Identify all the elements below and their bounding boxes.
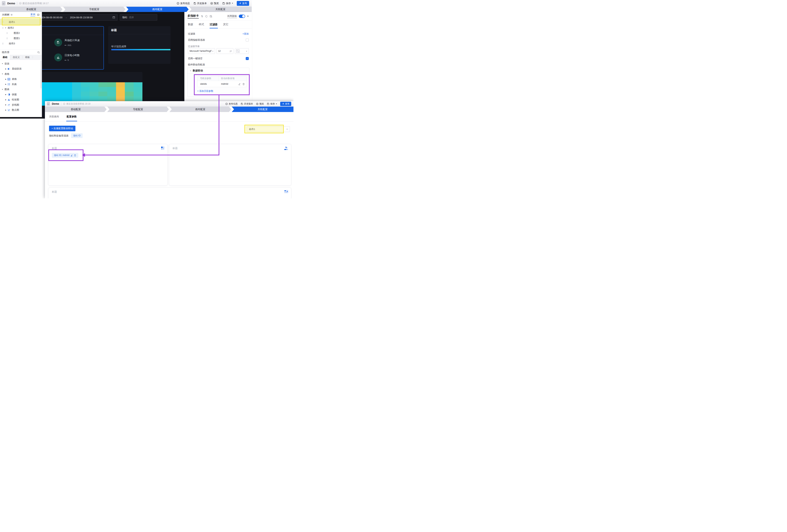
font-color-select[interactable]: ∨ (235, 48, 249, 54)
site-placeholder: 选择 (129, 16, 134, 19)
outline-tree-header: 大纲树 ⊕ 案例 (0, 12, 42, 18)
font-size-input[interactable]: 12 pt (216, 48, 233, 54)
save-dropdown-caret[interactable]: ▼ (232, 2, 233, 4)
history-versions-button[interactable]: 历史版本 (193, 2, 207, 5)
search-icon[interactable] (37, 51, 40, 54)
relation-card-2[interactable]: 标题 % (169, 144, 291, 185)
library-group-table[interactable]: ▼ 表格 (0, 71, 42, 77)
library-item-bar[interactable]: ▶ 柱状图 (0, 97, 42, 103)
metric-label: 风场统计风速 (65, 39, 80, 42)
examples-link[interactable]: 案例 (30, 13, 35, 17)
preview-icon (210, 2, 213, 5)
publish-button[interactable]: 发布 (237, 1, 249, 6)
add-filter-link[interactable]: +添加 (242, 32, 249, 36)
step-canvas-config[interactable]: 画布配置 (126, 7, 189, 12)
close-icon[interactable]: × (247, 15, 249, 18)
drag-handle-icon[interactable] (2, 27, 3, 29)
sort-icon[interactable]: ⇅ (201, 15, 203, 18)
widget-settings-icon[interactable]: ⚙ (161, 147, 164, 150)
tree-item-canvas3[interactable]: 画布3 (0, 41, 42, 46)
history-versions-button[interactable]: 历史版本 (241, 102, 253, 106)
preview-button[interactable]: 预览 (256, 102, 264, 106)
tab-basic[interactable]: 基础 (0, 55, 10, 60)
tree-item-layer2[interactable]: 图层2 (0, 30, 42, 36)
tab-template[interactable]: 模板 (23, 55, 33, 60)
drag-handle-icon[interactable] (6, 38, 8, 40)
relation-card-1[interactable]: 标题 ⚙ 场站 ID; mdmId (48, 144, 168, 185)
step-canvas-config[interactable]: 画布配置 (170, 107, 231, 112)
collapse-panel-icon[interactable] (37, 14, 40, 16)
try-new-version-link[interactable]: 试用新版 (227, 15, 237, 18)
back-button[interactable]: ← (47, 102, 50, 106)
date-range-picker[interactable]: 2024-08-05 00:00:00 → 2024-08-05 23:59:5… (38, 14, 118, 21)
bulk-config-button[interactable]: + 批量配置数据联动 (49, 126, 76, 131)
delete-icon[interactable] (74, 154, 76, 156)
library-item-list[interactable]: ▶ 列表 (0, 82, 42, 87)
add-link-param-button[interactable]: + 添加关联参数 (197, 90, 213, 93)
step-relation-config[interactable]: 关联配置 (232, 107, 294, 112)
tab-custom[interactable]: 自定义 (10, 55, 22, 60)
library-item-table[interactable]: ▶ 表格 (0, 77, 42, 82)
card-query-icon[interactable] (210, 15, 212, 18)
data-link-header[interactable]: ∨ 数据联动 (188, 68, 249, 73)
progress-card[interactable]: 标题 年计划完成率 (108, 26, 170, 64)
font-family-select[interactable]: Microsoft YaHei/PingF... ∨ (188, 48, 215, 54)
save-button[interactable]: 保存 ▼ (267, 102, 277, 106)
step-relation-config[interactable]: 关联配置 (189, 7, 252, 12)
tab-filter[interactable]: 过滤器 (210, 23, 217, 26)
step-basic-config[interactable]: 基础配置 (0, 7, 63, 12)
caret-down-icon[interactable]: ▼ (5, 27, 6, 29)
step-nav-config[interactable]: 导航配置 (63, 7, 126, 12)
step-nav-config[interactable]: 导航配置 (107, 107, 169, 112)
site-id-tag[interactable]: 场站 ID (71, 133, 83, 138)
step-basic-config[interactable]: 基础配置 (45, 107, 107, 112)
tab-config-params[interactable]: 配置参数 (67, 115, 77, 118)
library-item-scatter[interactable]: ▶ 散点图 (0, 108, 42, 113)
linked-param-tag[interactable]: 场站 ID; mdmId (52, 153, 78, 158)
info-icon (225, 103, 228, 105)
library-item-pie[interactable]: ▶ 饼图 (0, 92, 42, 97)
site-select[interactable]: 场站: 选择 (120, 14, 157, 21)
library-group-chart[interactable]: ▼ 图表 (0, 87, 42, 92)
tab-other[interactable]: 其它 (223, 23, 228, 26)
drag-handle-icon[interactable] (6, 32, 8, 34)
col-nav-param: 导航器参数 (197, 76, 218, 81)
caret-right-icon: ▶ (5, 109, 6, 111)
edit-icon[interactable] (70, 154, 73, 156)
library-item-basic-container[interactable]: ▶ 基础容器 (0, 66, 42, 72)
enable-metric-filter-checkbox[interactable] (246, 39, 249, 42)
tree-item-canvas2[interactable]: ▼ 画布2 (0, 25, 42, 30)
autosave-check-icon (63, 103, 65, 105)
tab-style[interactable]: 样式 (199, 23, 204, 26)
delete-icon[interactable] (242, 83, 245, 85)
publish-button[interactable]: 发布 (280, 102, 291, 106)
drag-handle-icon[interactable] (2, 21, 3, 23)
library-item-line[interactable]: ▶ 折线图 (0, 102, 42, 108)
scrollbar[interactable] (41, 60, 41, 88)
library-group-container[interactable]: ▼ 容器 (0, 61, 42, 66)
save-dropdown-caret[interactable]: ▼ (276, 103, 277, 105)
canvas-select[interactable]: 画布1 ∨ (247, 126, 290, 132)
refresh-icon[interactable] (205, 15, 208, 18)
publish-info-button[interactable]: 发布信息 (177, 2, 190, 5)
one-key-clear-checkbox[interactable]: ✓ (246, 57, 249, 60)
save-button[interactable]: 保存 ▼ (222, 2, 233, 5)
container-icon (7, 67, 10, 70)
tab-data[interactable]: 数据 (188, 23, 193, 26)
heatmap-cell (134, 82, 143, 87)
percent-progress-icon[interactable]: % (284, 147, 288, 150)
drag-handle-icon[interactable] (2, 43, 3, 45)
publish-info-button[interactable]: 发布信息 (225, 102, 238, 106)
preview-button[interactable]: 预览 (210, 2, 219, 5)
tree-item-canvas1[interactable]: 画布1 (0, 19, 42, 25)
card-title: 标题 (52, 147, 57, 150)
relation-card-3[interactable]: 标题 (48, 187, 291, 198)
edit-icon[interactable] (238, 83, 241, 85)
new-version-toggle[interactable] (239, 15, 245, 18)
heatmap-widget-icon[interactable] (284, 190, 288, 193)
caret-down-icon: ▼ (2, 89, 3, 90)
tree-item-layer1[interactable]: 图层1 (0, 36, 42, 41)
tab-linked-canvas[interactable]: 关联画布 (49, 115, 59, 118)
add-canvas-icon[interactable]: ⊕ (11, 13, 13, 16)
back-button[interactable]: ← (2, 1, 5, 5)
